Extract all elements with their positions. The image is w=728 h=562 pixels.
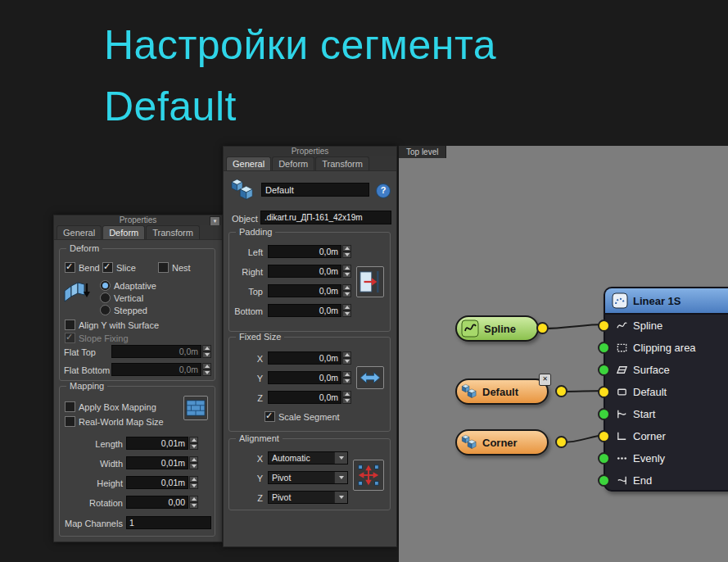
linear-input-evenly[interactable]: Evenly bbox=[605, 447, 728, 469]
map-channels-field[interactable]: 1 bbox=[126, 516, 211, 529]
spinner[interactable] bbox=[342, 265, 351, 278]
spinner[interactable] bbox=[189, 496, 198, 509]
spline-node-output-dot[interactable] bbox=[536, 322, 549, 334]
apply-box-mapping-checkbox[interactable]: Apply Box Mapping bbox=[65, 401, 156, 412]
linear-input-surface[interactable]: Surface bbox=[605, 359, 728, 381]
input-dot[interactable] bbox=[598, 386, 610, 398]
input-dot[interactable] bbox=[598, 408, 610, 420]
tab-general[interactable]: General bbox=[226, 156, 271, 170]
object-picker-button[interactable]: .dikart.ru_ДП-161_42x19m bbox=[260, 211, 391, 224]
padding-left-field[interactable]: 0,0m bbox=[268, 245, 351, 258]
height-label: Height bbox=[64, 477, 123, 490]
spinner[interactable] bbox=[342, 351, 351, 365]
close-icon[interactable]: ✕ bbox=[539, 374, 551, 386]
spline-node[interactable]: Spline bbox=[455, 315, 539, 342]
spinner[interactable] bbox=[189, 437, 198, 450]
linear-input-default[interactable]: Default bbox=[605, 381, 728, 403]
length-label: Length bbox=[64, 437, 123, 451]
checkbox-box bbox=[102, 262, 113, 273]
help-icon[interactable]: ? bbox=[376, 184, 391, 198]
align-y-checkbox[interactable]: Align Y with Surface bbox=[65, 320, 159, 330]
input-label: Spline bbox=[633, 320, 662, 332]
alignment-x-dropdown[interactable]: Automatic bbox=[268, 451, 348, 465]
padding-top-label: Top bbox=[228, 285, 263, 298]
linear-input-corner[interactable]: Corner bbox=[605, 425, 728, 447]
flat-bottom-field[interactable]: 0,0m bbox=[111, 363, 211, 376]
input-dot[interactable] bbox=[598, 364, 610, 376]
linear-input-spline[interactable]: Spline bbox=[605, 315, 728, 337]
slope-fixing-checkbox[interactable]: Slope Fixing bbox=[65, 333, 129, 343]
box-mapping-icon bbox=[183, 396, 208, 420]
default-node-output-dot[interactable] bbox=[555, 385, 567, 397]
flat-top-field[interactable]: 0,0m bbox=[111, 345, 211, 358]
fixed-y-field[interactable]: 0,0m bbox=[268, 371, 351, 384]
input-dot[interactable] bbox=[598, 320, 610, 332]
linear-1s-node[interactable]: Linear 1S Spline Clipping area bbox=[604, 287, 728, 492]
corner-segment-node[interactable]: Corner bbox=[455, 429, 549, 455]
checkbox-box bbox=[65, 401, 75, 412]
node-editor-tab-top-level[interactable]: Top level bbox=[399, 146, 446, 158]
alignment-z-dropdown[interactable]: Pivot bbox=[268, 491, 348, 504]
bend-checkbox[interactable]: Bend bbox=[65, 262, 100, 273]
checkbox-label: Apply Box Mapping bbox=[79, 402, 156, 412]
input-dot[interactable] bbox=[598, 342, 610, 354]
nest-checkbox[interactable]: Nest bbox=[158, 262, 191, 273]
spinner[interactable] bbox=[342, 391, 351, 404]
linear-node-header[interactable]: Linear 1S bbox=[605, 288, 728, 315]
padding-top-field[interactable]: 0,0m bbox=[268, 284, 351, 297]
checkbox-box bbox=[65, 320, 75, 330]
spinner[interactable] bbox=[342, 304, 351, 317]
input-dot[interactable] bbox=[598, 474, 610, 487]
tab-deform[interactable]: Deform bbox=[272, 156, 314, 170]
default-segment-icon bbox=[616, 386, 628, 398]
input-label: Start bbox=[633, 408, 655, 420]
slice-checkbox[interactable]: Slice bbox=[102, 262, 136, 273]
linear-input-clipping-area[interactable]: Clipping area bbox=[605, 337, 728, 359]
tab-general[interactable]: General bbox=[57, 225, 102, 239]
linear-input-end[interactable]: End bbox=[605, 469, 728, 492]
default-segment-node[interactable]: Default ✕ bbox=[455, 378, 549, 405]
alignment-x-label: X bbox=[228, 452, 263, 465]
input-dot[interactable] bbox=[598, 430, 610, 442]
real-world-map-checkbox[interactable]: Real-World Map Size bbox=[65, 416, 164, 427]
fixed-z-field[interactable]: 0,0m bbox=[268, 391, 351, 404]
stepped-radio[interactable]: Stepped bbox=[100, 305, 147, 315]
segment-name-input[interactable]: Default bbox=[261, 183, 369, 197]
vertical-radio[interactable]: Vertical bbox=[100, 292, 143, 303]
checkbox-box bbox=[158, 262, 169, 273]
length-field[interactable]: 0,01m bbox=[126, 437, 198, 450]
input-dot[interactable] bbox=[598, 452, 610, 465]
tab-transform[interactable]: Transform bbox=[315, 156, 369, 170]
chevron-down-icon bbox=[334, 492, 347, 503]
tab-deform[interactable]: Deform bbox=[102, 225, 145, 239]
fixed-x-field[interactable]: 0,0m bbox=[268, 351, 351, 365]
node-editor-canvas[interactable]: Top level Spline bbox=[399, 146, 728, 562]
spinner[interactable] bbox=[202, 363, 211, 376]
corner-node-output-dot[interactable] bbox=[555, 436, 567, 448]
padding-right-field[interactable]: 0,0m bbox=[268, 265, 351, 278]
padding-bottom-field[interactable]: 0,0m bbox=[268, 304, 351, 317]
field-value: 0,01m bbox=[126, 456, 188, 469]
checkbox-label: Scale Segment bbox=[278, 412, 340, 422]
spinner[interactable] bbox=[342, 371, 351, 384]
deform-bend-icon bbox=[63, 279, 91, 306]
deform-group-label: Deform bbox=[66, 243, 102, 254]
spinner[interactable] bbox=[342, 245, 351, 258]
spinner[interactable] bbox=[202, 345, 211, 358]
rotation-field[interactable]: 0,00 bbox=[126, 496, 198, 509]
width-field[interactable]: 0,01m bbox=[126, 456, 198, 469]
fixed-size-group-label: Fixed Size bbox=[236, 332, 284, 342]
tab-transform[interactable]: Transform bbox=[146, 225, 200, 239]
spinner[interactable] bbox=[342, 284, 351, 297]
adaptative-radio[interactable]: Adaptative bbox=[100, 280, 156, 291]
spinner[interactable] bbox=[189, 476, 198, 489]
left-panel-title-text: Properties bbox=[120, 215, 157, 224]
chevron-down-icon bbox=[334, 472, 347, 483]
node-label: Linear 1S bbox=[633, 295, 681, 307]
linear-input-start[interactable]: Start bbox=[605, 403, 728, 425]
height-field[interactable]: 0,01m bbox=[126, 476, 198, 489]
alignment-y-dropdown[interactable]: Pivot bbox=[268, 471, 348, 484]
scale-segment-checkbox[interactable]: Scale Segment bbox=[265, 411, 340, 422]
object-label: Object bbox=[232, 212, 258, 225]
spinner[interactable] bbox=[189, 456, 198, 469]
